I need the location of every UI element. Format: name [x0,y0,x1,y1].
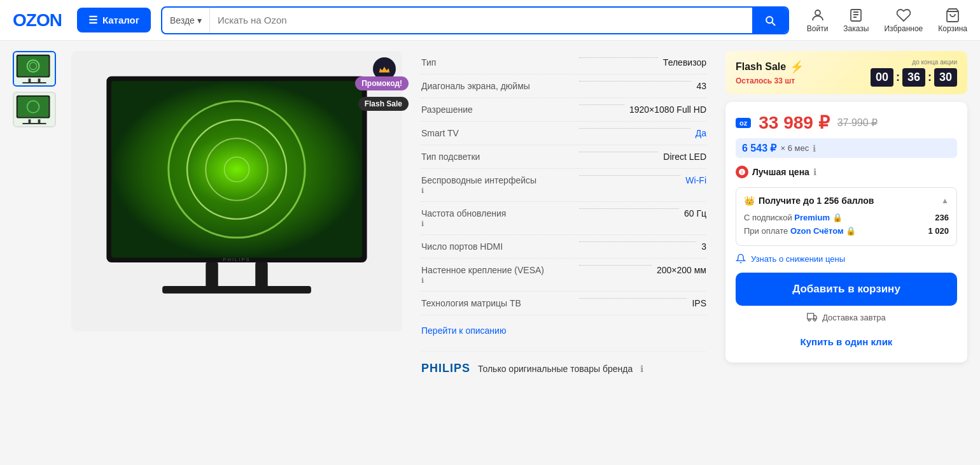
buy-one-click-button[interactable]: Купить в один клик [736,331,957,352]
search-scope-dropdown[interactable]: Везде ▾ [162,8,210,33]
svg-point-27 [808,319,810,321]
spec-label: Частота обновленияℹ [421,208,574,228]
installment-info-icon[interactable]: ℹ [813,143,816,154]
nav-orders[interactable]: Заказы [843,8,869,33]
brand-info-icon[interactable]: ℹ [640,364,643,374]
countdown-timer: 00 : 36 : 30 [871,68,957,87]
current-price: 33 989 ₽ [759,112,829,133]
search-button[interactable] [752,8,788,33]
spec-value[interactable]: Да [696,128,706,138]
spec-value: IPS [692,298,706,308]
thumbnail-1[interactable] [13,51,56,87]
chevron-up-icon[interactable]: ▲ [941,196,949,205]
spec-dots [579,152,658,152]
spec-dots [579,208,679,209]
spec-label: Разрешение [421,104,574,115]
specs-section: ТипТелевизорДиагональ экрана, дюймы43Раз… [415,51,713,375]
svg-rect-10 [18,96,49,117]
tv-image-wrapper: PHILIPS [71,51,402,331]
catalog-button[interactable]: ☰ Каталог [77,8,151,32]
spec-dots [579,128,690,129]
premium-link[interactable]: Premium [794,213,830,222]
search-input[interactable] [210,8,752,33]
nav-favorites[interactable]: Избранное [884,8,923,33]
spec-rows-container: ТипТелевизорДиагональ экрана, дюймы43Раз… [421,51,706,315]
search-icon [764,14,776,27]
flash-sale-badge: Flash Sale [358,97,409,111]
spec-dots [579,81,691,82]
spec-row: Беспроводные интерфейсыℹWi-Fi [421,169,706,202]
svg-rect-6 [29,78,31,82]
best-price-row: Лучшая цена ℹ [736,166,957,178]
product-thumbnails [13,51,59,375]
spec-info-icon[interactable]: ℹ [421,220,574,228]
spec-value: Direct LED [663,152,706,162]
ozon-badge: oz [736,118,751,128]
timer-seconds: 30 [934,68,957,87]
crown-points-icon: 👑 [744,196,755,206]
svg-rect-12 [29,119,31,123]
lightning-icon: ⚡ [790,60,804,74]
points-section: 👑 Получите до 1 256 баллов ▲ С подпиской… [736,187,957,246]
price-section: oz 33 989 ₽ 37 990 ₽ 6 543 ₽ × 6 мес ℹ Л… [725,102,967,362]
points-title: 👑 Получите до 1 256 баллов [744,196,874,206]
best-price-icon [736,166,748,178]
ozon-logo[interactable]: OZON [13,10,62,31]
price-row: oz 33 989 ₽ 37 990 ₽ [736,112,957,133]
price-alert-row[interactable]: Узнать о снижении цены [736,254,957,264]
truck-icon [807,312,817,322]
add-to-cart-button[interactable]: Добавить в корзину [736,273,957,306]
points-header: 👑 Получите до 1 256 баллов ▲ [744,196,949,206]
timer-separator-1: : [896,68,900,87]
spec-dots [579,241,696,242]
spec-dots [579,175,680,176]
product-main-image-container: Промокод! Flash Sale [71,51,402,375]
tv-product-image: PHILIPS [97,70,377,312]
heart-icon [896,8,911,23]
goto-description-link[interactable]: Перейти к описанию [421,326,506,336]
points-label-premium: С подпиской Premium 🔒 [744,213,843,222]
spec-row: Технология матрицы ТВIPS [421,292,706,315]
points-label-ozon-account: При оплате Ozon Счётом 🔒 [744,226,856,236]
best-price-info-icon[interactable]: ℹ [813,167,816,177]
spec-value: 3 [701,241,706,252]
chevron-down-icon: ▾ [197,15,202,25]
spec-info-icon[interactable]: ℹ [421,187,574,195]
installment-period: × 6 мес [780,143,809,153]
spec-label: Настенное крепление (VESA)ℹ [421,265,574,285]
thumb-tv-icon-2 [14,93,55,127]
svg-rect-14 [22,123,46,124]
svg-rect-22 [206,262,218,287]
spec-label: Диагональ экрана, дюймы [421,81,574,91]
timer-minutes: 36 [902,68,925,87]
spec-value: 200×200 мм [657,265,706,275]
thumb-tv-icon-1 [14,52,55,86]
header: OZON ☰ Каталог Везде ▾ Войти Заказы Избр… [0,0,980,41]
flash-remaining: Осталось 33 шт [736,76,804,85]
spec-info-icon[interactable]: ℹ [421,276,574,285]
spec-label: Smart TV [421,128,574,138]
flash-sale-info: Flash Sale ⚡ Осталось 33 шт [736,60,804,85]
svg-text:PHILIPS: PHILIPS [223,257,250,262]
menu-icon: ☰ [88,14,97,26]
brand-description: Только оригинальные товары бренда [478,364,633,374]
header-nav: Войти Заказы Избранное Корзина [807,8,967,33]
svg-rect-8 [22,82,46,83]
installment-row: 6 543 ₽ × 6 мес ℹ [736,138,957,158]
nav-cart[interactable]: Корзина [938,8,967,33]
points-row-premium: С подпиской Premium 🔒 236 [744,211,949,224]
spec-value: Телевизор [663,57,706,68]
nav-login[interactable]: Войти [807,8,829,33]
installment-price: 6 543 ₽ [742,142,776,154]
cart-icon [945,8,960,23]
spec-value[interactable]: Wi-Fi [685,175,706,185]
spec-row: Настенное крепление (VESA)ℹ200×200 мм [421,259,706,292]
spec-dots [579,57,658,58]
spec-label: Тип [421,57,574,68]
spec-value: 60 Гц [684,208,706,218]
svg-point-28 [814,319,816,321]
spec-row: Число портов HDMI3 [421,235,706,259]
ozon-account-link[interactable]: Ozon Счётом [790,226,844,236]
thumbnail-2[interactable] [13,92,56,127]
spec-row: Частота обновленияℹ60 Гц [421,202,706,235]
